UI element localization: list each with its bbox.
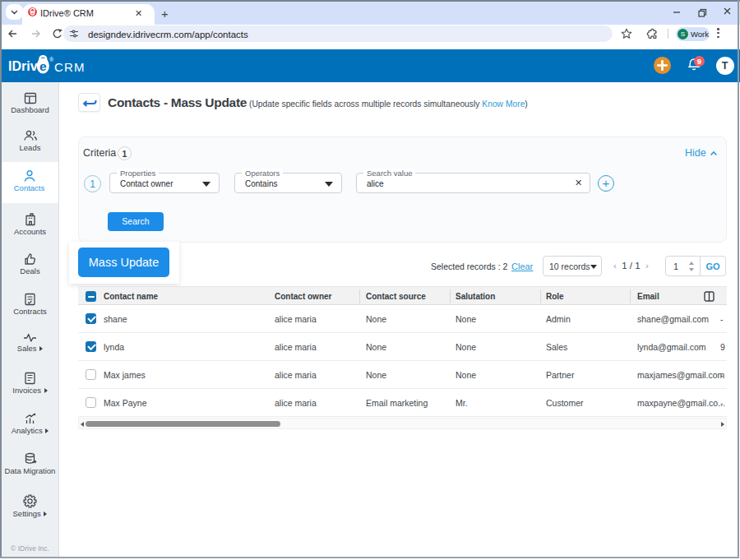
svg-text:e: e: [39, 58, 47, 72]
